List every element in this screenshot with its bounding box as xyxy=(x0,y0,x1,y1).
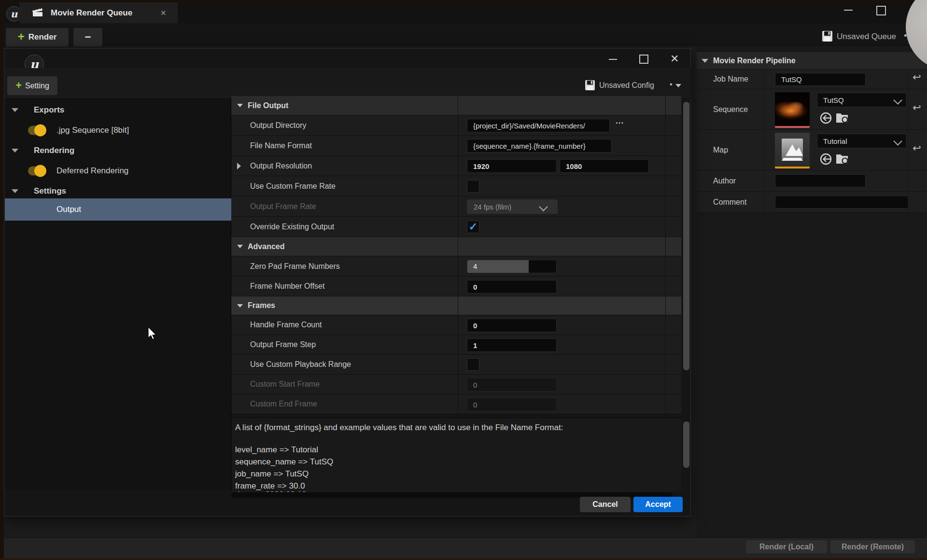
section-file-output[interactable]: File Output xyxy=(231,96,681,115)
frame-number-offset-value: 0 xyxy=(473,283,477,291)
pipeline-header[interactable]: Movie Render Pipeline xyxy=(697,52,927,70)
collapse-arrow-icon[interactable] xyxy=(237,104,243,107)
rendering-label: Rendering xyxy=(34,146,74,155)
format-strings-infobox: A list of {format_strings} and example v… xyxy=(231,418,681,492)
comment-row: Comment xyxy=(697,192,927,213)
clapperboard-icon xyxy=(32,8,43,17)
browse-to-map-icon[interactable] xyxy=(836,153,850,166)
tab-close-icon[interactable]: ✕ xyxy=(160,9,167,17)
use-custom-frame-rate-checkbox[interactable] xyxy=(467,180,479,193)
collapse-arrow-icon[interactable] xyxy=(12,108,18,112)
tree-item-jpg-sequence[interactable]: .jpg Sequence [8bit] xyxy=(5,120,231,140)
window-maximize-button[interactable] xyxy=(876,6,886,15)
tab-title: Movie Render Queue xyxy=(51,8,132,18)
reset-job-name-icon[interactable]: ↩ xyxy=(913,71,921,83)
dialog-maximize-button[interactable] xyxy=(639,55,648,64)
browse-to-asset-icon[interactable] xyxy=(836,112,850,125)
unsaved-config-label[interactable]: Unsaved Config xyxy=(599,81,654,90)
resolution-height-field[interactable]: 1080 xyxy=(560,159,649,173)
handle-frame-count-field[interactable]: 0 xyxy=(467,319,557,332)
property-splitter[interactable] xyxy=(458,96,458,414)
job-name-label: Job Name xyxy=(713,75,748,84)
output-resolution-label: Output Resolution xyxy=(250,162,312,170)
setting-button-label: Setting xyxy=(25,82,49,90)
collapse-arrow-icon[interactable] xyxy=(12,189,18,193)
file-output-header: File Output xyxy=(248,101,288,110)
section-advanced[interactable]: Advanced xyxy=(231,237,681,256)
infobox-scrollbar[interactable] xyxy=(683,421,689,468)
setting-enabled-toggle[interactable] xyxy=(28,167,45,176)
collapse-arrow-icon[interactable] xyxy=(702,59,708,63)
tree-item-deferred-rendering[interactable]: Deferred Rendering xyxy=(5,161,231,181)
use-custom-playback-range-checkbox[interactable] xyxy=(467,358,479,371)
collapse-arrow-icon[interactable] xyxy=(237,304,243,308)
section-frames[interactable]: Frames xyxy=(231,296,681,315)
expand-arrow-icon[interactable] xyxy=(237,163,241,169)
cancel-button[interactable]: Cancel xyxy=(580,497,631,512)
collapse-arrow-icon[interactable] xyxy=(237,245,243,248)
override-existing-output-checkbox[interactable]: ✓ xyxy=(467,221,479,233)
resolution-width-field[interactable]: 1920 xyxy=(467,159,557,173)
use-selected-asset-icon[interactable] xyxy=(819,112,832,125)
row-output-frame-rate: Output Frame Rate 24 fps (film) xyxy=(231,196,681,217)
config-menu-chevron-icon[interactable] xyxy=(675,84,681,87)
accept-button[interactable]: Accept xyxy=(633,497,683,512)
pipeline-title: Movie Render Pipeline xyxy=(713,56,796,65)
sequence-thumbnail[interactable] xyxy=(775,92,810,128)
row-frame-number-offset: Frame Number Offset 0 xyxy=(231,277,681,296)
chevron-down-icon xyxy=(893,137,902,145)
zero-pad-slider[interactable]: 4 xyxy=(467,260,557,273)
reset-sequence-icon[interactable]: ↩ xyxy=(913,102,921,113)
custom-start-frame-field[interactable]: 0 xyxy=(467,378,557,392)
override-existing-output-label: Override Existing Output xyxy=(250,223,334,231)
map-thumbnail[interactable] xyxy=(775,133,810,168)
setting-enabled-toggle[interactable] xyxy=(28,126,45,135)
custom-end-frame-field[interactable]: 0 xyxy=(467,398,557,411)
tree-category-exports[interactable]: Exports xyxy=(5,100,231,120)
sequence-dropdown[interactable]: TutSQ xyxy=(817,93,907,107)
collapse-arrow-icon[interactable] xyxy=(12,149,18,153)
file-name-format-field[interactable]: {sequence_name}.{frame_number} xyxy=(467,139,612,153)
custom-start-frame-label: Custom Start Frame xyxy=(250,380,320,389)
output-frame-rate-dropdown[interactable]: 24 fps (film) xyxy=(467,199,558,214)
browse-directory-button[interactable]: ... xyxy=(616,116,624,126)
add-setting-button[interactable]: + Setting xyxy=(7,76,57,95)
sequence-label: Sequence xyxy=(713,105,748,114)
tree-category-rendering[interactable]: Rendering xyxy=(5,140,231,161)
use-custom-frame-rate-label: Use Custom Frame Rate xyxy=(250,182,336,191)
format-line: sequence_name => TutSQ xyxy=(235,457,333,467)
reset-map-icon[interactable]: ↩ xyxy=(913,142,921,154)
save-config-icon[interactable] xyxy=(585,80,595,90)
map-dropdown[interactable]: Tutorial xyxy=(817,134,907,148)
frame-number-offset-field[interactable]: 0 xyxy=(467,280,557,294)
job-name-field[interactable]: TutSQ xyxy=(775,73,866,86)
minus-icon: − xyxy=(85,31,91,43)
dialog-minimize-button[interactable] xyxy=(609,59,617,60)
window-minimize-button[interactable] xyxy=(844,10,853,11)
row-custom-end-frame: Custom End Frame 0 xyxy=(231,394,681,414)
tree-item-output-selected[interactable]: Output xyxy=(5,198,231,221)
properties-scrollbar[interactable] xyxy=(683,102,689,370)
pipeline-splitter[interactable] xyxy=(764,70,765,213)
render-local-button[interactable]: Render (Local) xyxy=(746,540,827,553)
tab-movie-render-queue[interactable]: Movie Render Queue ✕ xyxy=(19,2,178,23)
file-name-format-value: {sequence_name}.{frame_number} xyxy=(473,142,586,150)
dialog-close-icon[interactable]: ✕ xyxy=(670,53,679,65)
map-type-underline xyxy=(775,167,810,168)
format-info-title: A list of {format_strings} and example v… xyxy=(235,423,563,433)
output-directory-field[interactable]: {project_dir}/Saved/MovieRenders/ xyxy=(467,119,610,132)
output-frame-step-field[interactable]: 1 xyxy=(467,338,557,352)
use-selected-map-icon[interactable] xyxy=(819,153,832,166)
author-field[interactable] xyxy=(775,174,866,187)
render-local-label: Render (Local) xyxy=(759,543,814,551)
job-name-row: Job Name TutSQ ↩ xyxy=(697,70,927,89)
format-line: level_name => Tutorial xyxy=(235,445,318,455)
render-remote-button[interactable]: Render (Remote) xyxy=(830,540,915,553)
accept-label: Accept xyxy=(645,500,671,509)
unsaved-queue-label[interactable]: Unsaved Queue xyxy=(837,32,896,42)
comment-field[interactable] xyxy=(775,196,908,209)
remove-job-button[interactable]: − xyxy=(73,28,102,46)
save-queue-icon[interactable] xyxy=(822,31,832,42)
output-frame-step-value: 1 xyxy=(473,341,477,350)
render-button[interactable]: + Render xyxy=(6,28,69,46)
